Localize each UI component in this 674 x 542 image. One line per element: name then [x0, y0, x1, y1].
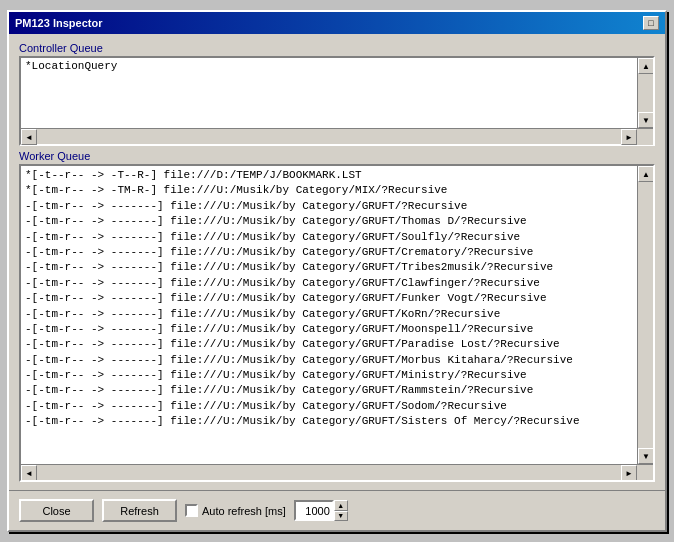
window-body: Controller Queue *LocationQuery ▲ ▼ ◄ ► — [9, 34, 665, 490]
title-bar: PM123 Inspector □ — [9, 12, 665, 34]
scroll-down-btn[interactable]: ▼ — [638, 112, 653, 128]
auto-refresh-label[interactable]: Auto refresh [ms] — [185, 504, 286, 517]
refresh-interval-spinner: 1000 ▲ ▼ — [294, 500, 348, 521]
worker-scroll-left[interactable]: ◄ — [21, 465, 37, 481]
worker-queue-line: -[-tm-r-- -> -------] file:///U:/Musik/b… — [25, 230, 633, 245]
controller-queue-label: Controller Queue — [19, 42, 655, 54]
footer: Close Refresh Auto refresh [ms] 1000 ▲ ▼ — [9, 490, 665, 530]
worker-queue-line: -[-tm-r-- -> -------] file:///U:/Musik/b… — [25, 245, 633, 260]
scroll-up-btn[interactable]: ▲ — [638, 58, 653, 74]
worker-queue-line: -[-tm-r-- -> -------] file:///U:/Musik/b… — [25, 353, 633, 368]
worker-queue-line: -[-tm-r-- -> -------] file:///U:/Musik/b… — [25, 291, 633, 306]
worker-queue-line: *[-t--r-- -> -T--R-] file:///D:/TEMP/J/B… — [25, 168, 633, 183]
worker-queue-line: -[-tm-r-- -> -------] file:///U:/Musik/b… — [25, 322, 633, 337]
spinner-down[interactable]: ▼ — [334, 511, 348, 522]
window-title: PM123 Inspector — [15, 17, 102, 29]
worker-queue-line: -[-tm-r-- -> -------] file:///U:/Musik/b… — [25, 199, 633, 214]
worker-queue-section: Worker Queue *[-t--r-- -> -T--R-] file:/… — [19, 150, 655, 482]
worker-queue-line: -[-tm-r-- -> -------] file:///U:/Musik/b… — [25, 260, 633, 275]
scroll-track[interactable] — [638, 74, 653, 112]
spinner-up[interactable]: ▲ — [334, 500, 348, 511]
worker-queue-content[interactable]: *[-t--r-- -> -T--R-] file:///D:/TEMP/J/B… — [21, 166, 637, 464]
worker-queue-line: -[-tm-r-- -> -------] file:///U:/Musik/b… — [25, 276, 633, 291]
controller-queue-text: *LocationQuery — [25, 60, 117, 72]
worker-scroll-up[interactable]: ▲ — [638, 166, 653, 182]
worker-scroll-down[interactable]: ▼ — [638, 448, 653, 464]
worker-queue-label: Worker Queue — [19, 150, 655, 162]
worker-queue-line: -[-tm-r-- -> -------] file:///U:/Musik/b… — [25, 368, 633, 383]
controller-vscroll[interactable]: ▲ ▼ — [637, 58, 653, 128]
worker-queue-line: -[-tm-r-- -> -------] file:///U:/Musik/b… — [25, 414, 633, 429]
scroll-corner — [637, 129, 653, 145]
worker-queue-box: *[-t--r-- -> -T--R-] file:///D:/TEMP/J/B… — [19, 164, 655, 482]
controller-hscroll[interactable]: ◄ ► — [21, 128, 653, 144]
hscroll-track[interactable] — [37, 129, 621, 144]
controller-queue-box: *LocationQuery ▲ ▼ ◄ ► — [19, 56, 655, 146]
worker-queue-line: *[-tm-r-- -> -TM-R-] file:///U:/Musik/by… — [25, 183, 633, 198]
worker-queue-line: -[-tm-r-- -> -------] file:///U:/Musik/b… — [25, 337, 633, 352]
worker-hscroll[interactable]: ◄ ► — [21, 464, 653, 480]
auto-refresh-text: Auto refresh [ms] — [202, 505, 286, 517]
scroll-left-btn[interactable]: ◄ — [21, 129, 37, 145]
worker-scroll-right[interactable]: ► — [621, 465, 637, 481]
controller-queue-section: Controller Queue *LocationQuery ▲ ▼ ◄ ► — [19, 42, 655, 146]
worker-queue-line: -[-tm-r-- -> -------] file:///U:/Musik/b… — [25, 399, 633, 414]
refresh-button[interactable]: Refresh — [102, 499, 177, 522]
worker-scroll-track[interactable] — [638, 182, 653, 448]
controller-queue-content[interactable]: *LocationQuery — [21, 58, 637, 128]
close-button[interactable]: □ — [643, 16, 659, 30]
worker-hscroll-track[interactable] — [37, 465, 621, 480]
worker-vscroll[interactable]: ▲ ▼ — [637, 166, 653, 464]
close-button[interactable]: Close — [19, 499, 94, 522]
worker-scroll-corner — [637, 465, 653, 481]
worker-queue-line: -[-tm-r-- -> -------] file:///U:/Musik/b… — [25, 307, 633, 322]
refresh-interval-input[interactable]: 1000 — [294, 500, 334, 521]
main-window: PM123 Inspector □ Controller Queue *Loca… — [7, 10, 667, 532]
worker-queue-line: -[-tm-r-- -> -------] file:///U:/Musik/b… — [25, 383, 633, 398]
scroll-right-btn[interactable]: ► — [621, 129, 637, 145]
spinner-arrows: ▲ ▼ — [334, 500, 348, 521]
worker-queue-line: -[-tm-r-- -> -------] file:///U:/Musik/b… — [25, 214, 633, 229]
auto-refresh-checkbox[interactable] — [185, 504, 198, 517]
